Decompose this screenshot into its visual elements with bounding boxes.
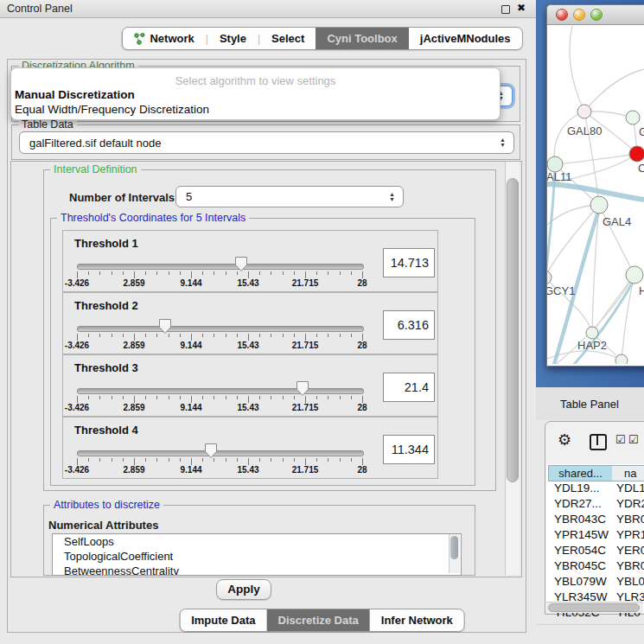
table-cell-shared-name[interactable]: YBL079W (554, 575, 609, 588)
threshold-value-field[interactable]: 11.344 (383, 435, 435, 464)
network-edge[interactable] (570, 26, 584, 112)
threshold-row: Threshold 1-3.4262.8599.14415.4321.71528… (62, 230, 438, 292)
table-cell-shared-name[interactable]: YER054C (554, 544, 609, 557)
network-node-label: HAP2 (577, 339, 607, 352)
slider-scale-labels: -3.4262.8599.14415.4321.71528 (77, 278, 363, 289)
table-cell-shared-name[interactable]: YPR145W (554, 528, 609, 541)
table-cell-name[interactable]: YPR1 (616, 528, 644, 541)
tab-style[interactable]: Style (208, 28, 258, 49)
attribute-list-item[interactable]: TopologicalCoefficient (53, 549, 461, 564)
threshold-slider-thumb[interactable] (296, 380, 309, 397)
network-node-GCY1[interactable] (547, 271, 552, 284)
network-node-red-node[interactable] (629, 146, 644, 162)
tab-label: Network (150, 32, 194, 45)
table-cell-shared-name[interactable]: YBR045C (554, 559, 609, 572)
network-edge[interactable] (554, 112, 584, 164)
threshold-slider-track[interactable] (77, 450, 364, 456)
tab-impute-data[interactable]: Impute Data (180, 609, 266, 631)
threshold-label: Threshold 1 (74, 237, 138, 250)
apply-button[interactable]: Apply (216, 579, 271, 600)
tab-select[interactable]: Select (260, 28, 316, 49)
traffic-light-close[interactable] (556, 9, 568, 21)
app-screen: Control Panel ✖ Network|Style|SelectCyni… (0, 0, 644, 644)
table-data-title: Table Data (18, 118, 77, 131)
network-node-node-bottom[interactable] (615, 354, 628, 364)
tab-label: Select (271, 32, 304, 45)
threshold-slider-thumb[interactable] (158, 318, 172, 335)
interval-definition-title: Interval Definition (50, 163, 141, 175)
dropdown-option[interactable]: Manual Discretization (15, 88, 135, 101)
threshold-slider-thumb[interactable] (204, 443, 218, 459)
attribute-list-item[interactable]: SelfLoops (53, 534, 461, 549)
float-window-icon[interactable] (501, 5, 510, 14)
table-cell-shared-name[interactable]: YBR043C (554, 513, 609, 526)
threshold-value-field[interactable]: 21.4 (383, 373, 435, 402)
traffic-light-zoom[interactable] (590, 9, 603, 21)
table-data-combobox[interactable]: galFiltered.sif default node ▲▼ (19, 131, 514, 154)
close-icon[interactable]: ✖ (517, 2, 526, 14)
attribute-list-item[interactable]: BetweennessCentrality (53, 564, 461, 576)
settings-scrollbar-thumb[interactable] (507, 178, 519, 482)
table-cell-name[interactable]: YDR2 (616, 497, 644, 510)
network-edge[interactable] (584, 69, 644, 112)
attributes-scrollbar-thumb[interactable] (450, 536, 458, 559)
tab-label: jActiveMNodules (420, 32, 511, 45)
network-node-label: GA (639, 125, 644, 138)
network-node-GAL4[interactable] (590, 196, 608, 214)
number-of-intervals-spinner[interactable]: 5 ▲▼ (175, 186, 404, 207)
threshold-slider-track[interactable] (77, 264, 364, 270)
threshold-row: Threshold 4-3.4262.8599.14415.4321.71528… (62, 417, 438, 479)
column-header-name[interactable]: na (612, 465, 644, 481)
tab-label: Discretize Data (278, 614, 359, 627)
threshold-value-field[interactable]: 6.316 (383, 310, 435, 340)
table-cell-shared-name[interactable]: YDL19... (554, 481, 609, 494)
tab-cyni-toolbox[interactable]: Cyni Toolbox (316, 28, 408, 49)
dropdown-option[interactable]: Equal Width/Frequency Discretization (15, 103, 209, 116)
traffic-light-minimize[interactable] (573, 9, 585, 21)
network-node-GA[interactable] (626, 111, 640, 124)
table-cell-name[interactable]: YBL0 (616, 575, 644, 588)
tab-label: Style (220, 32, 246, 45)
checkbox-icon[interactable]: ☑ (628, 433, 639, 446)
tab-label: Infer Network (381, 614, 453, 627)
network-node-HAP2[interactable] (586, 327, 598, 339)
control-panel-titlebar (0, 0, 536, 18)
network-edge[interactable] (622, 275, 634, 360)
network-edge[interactable] (555, 154, 637, 164)
numerical-attributes-list[interactable]: SelfLoopsTopologicalCoefficientBetweenne… (52, 533, 462, 576)
column-header-shared[interactable]: shared... (548, 465, 613, 481)
tab-jactivemnodules[interactable]: jActiveMNodules (409, 28, 522, 49)
network-node-label: GCY1 (547, 284, 575, 297)
thresholds-group-title: Threshold's Coordinates for 5 Intervals (57, 212, 249, 224)
split-columns-icon[interactable] (590, 434, 607, 450)
tab-infer-network[interactable]: Infer Network (370, 609, 464, 631)
threshold-row: Threshold 2-3.4262.8599.14415.4321.71528… (62, 292, 438, 354)
tab-label: Impute Data (191, 614, 255, 627)
table-cell-name[interactable]: YBR0 (616, 559, 644, 572)
table-cell-name[interactable]: YER0 (616, 544, 644, 557)
gear-icon[interactable]: ⚙ (558, 430, 571, 450)
threshold-slider-thumb[interactable] (234, 256, 248, 272)
table-cell-shared-name[interactable]: YDR27... (554, 497, 609, 510)
dropdown-hint: Select algorithm to view settings (11, 74, 500, 87)
threshold-value-field[interactable]: 14.713 (383, 248, 435, 277)
threshold-slider-track[interactable] (77, 326, 364, 332)
network-node-label: GAL11 (547, 170, 572, 183)
network-canvas[interactable]: GAL80GACGAL11GAL4GCY1HAHAP2 (547, 24, 644, 364)
network-node-H[interactable] (626, 266, 643, 284)
table-cell-name[interactable]: YDL1 (616, 481, 644, 494)
network-node-GAL80[interactable] (577, 105, 591, 118)
tab-discretize-data[interactable]: Discretize Data (267, 609, 370, 631)
number-of-intervals-label: Number of Intervals (69, 191, 175, 204)
threshold-slider-track[interactable] (77, 388, 364, 394)
checkbox-icon[interactable]: ☑ (615, 433, 626, 446)
table-cell-name[interactable]: YBR0 (616, 513, 644, 526)
threshold-row: Threshold 3-3.4262.8599.14415.4321.71528… (62, 354, 438, 417)
threshold-label: Threshold 3 (74, 361, 138, 374)
slider-scale-labels: -3.4262.8599.14415.4321.71528 (77, 465, 363, 475)
attributes-group-title: Attributes to discretize (50, 499, 163, 511)
tab-network[interactable]: Network (122, 28, 205, 49)
attributes-scrollbar-track[interactable] (449, 534, 460, 573)
table-hscrollbar-thumb[interactable] (548, 603, 640, 612)
network-node-label: GAL4 (603, 215, 631, 228)
